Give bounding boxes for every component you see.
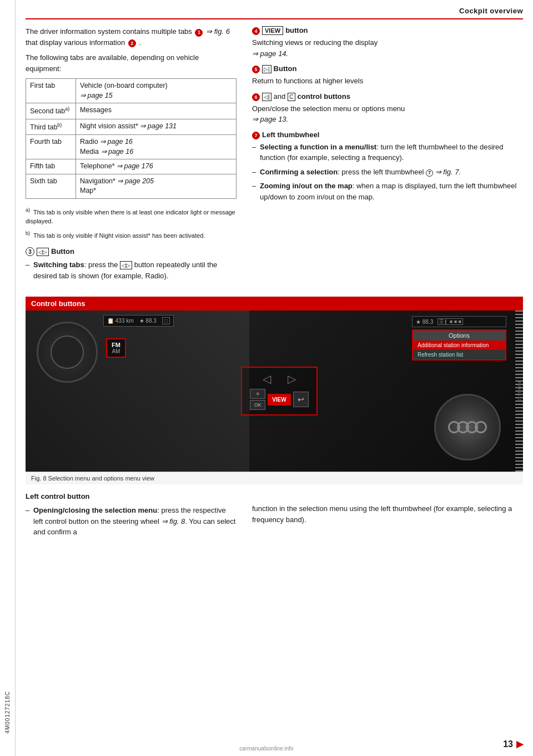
circle-7-inline: 7 (426, 169, 433, 177)
table-row: Fifth tab Telephone* ⇒ page 176 (26, 159, 237, 174)
dashboard-simulation: 📋 433 km ★ 88.3 □ FM AM (26, 311, 523, 472)
tab-content: Navigation* ⇒ page 205Map* (76, 174, 237, 198)
menu-item-2[interactable]: Refresh station list (413, 350, 505, 359)
bottom-right-text: function in the selection menu using the… (252, 492, 523, 525)
intro-para2: The following tabs are available, depend… (26, 52, 237, 74)
page-title: Cockpit overview (459, 7, 523, 15)
circle-2: 2 (128, 39, 136, 47)
watermark: carmanualsonline.info (239, 745, 293, 752)
table-row: Fourth tab Radio ⇒ page 16Media ⇒ page 1… (26, 135, 237, 159)
ring4 (475, 421, 487, 433)
menu-item-1[interactable]: Additional station information (413, 341, 505, 350)
left-column: The driver information system contains m… (26, 26, 237, 287)
section-7-heading: 7 Left thumbwheel (252, 131, 523, 139)
back-btn[interactable]: ↩ (293, 392, 309, 407)
circle-7: 7 (252, 132, 260, 139)
table-row: First tab Vehicle (on-board computer)⇒ p… (26, 79, 237, 103)
right-column: 4 VIEW button Switching views or reducin… (252, 26, 523, 287)
section-6-text: Open/close the selection menu or options… (252, 103, 523, 125)
tab-content: Radio ⇒ page 16Media ⇒ page 16 (76, 135, 237, 159)
audi-rings (448, 421, 487, 433)
freq-right: ★ 88.3 (416, 319, 433, 325)
page-header: Cockpit overview (26, 7, 523, 19)
sidebar-label: 4M00127218C (4, 691, 11, 734)
page-wrapper: 4M00127218C Cockpit overview The driver … (0, 0, 533, 756)
view-icon: VIEW (262, 26, 283, 35)
switch-tab-icon: ◁▷ (37, 248, 49, 256)
tab-content: Night vision assist* ⇒ page 131 (76, 119, 237, 135)
main-content: Cockpit overview The driver information … (16, 0, 533, 554)
back-icon: ▷| (262, 65, 271, 73)
ok-btn[interactable]: OK (250, 400, 265, 410)
page-number: 13 (503, 739, 513, 749)
circle-5: 5 (252, 66, 260, 73)
intro-para1: The driver information system contains m… (26, 26, 237, 48)
section-4-text: Switching views or reducing the display … (252, 37, 523, 59)
ok-group: ≡ OK (250, 389, 265, 410)
center-button-group: ◁ ▷ ≡ OK VIEW ↩ (241, 367, 318, 415)
next-page-arrow: ▶ (516, 739, 523, 749)
circle-3: 3 (26, 247, 34, 256)
page-footer: 13 ▶ (503, 739, 523, 749)
freq-display-left: ★ 88.3 (139, 318, 157, 324)
am-label: AM (112, 348, 120, 354)
ok-view-row: ≡ OK VIEW ↩ (250, 389, 309, 410)
tabs-table: First tab Vehicle (on-board computer)⇒ p… (26, 78, 237, 199)
bottom-two-col: Left control button Opening/closing the … (26, 492, 523, 543)
section-4-heading: 4 VIEW button (252, 26, 523, 35)
bullet-confirming: Confirming a selection: press the left t… (252, 167, 523, 178)
bullet-switching-tabs: Switching tabs: press the ◁▷ button repe… (26, 259, 237, 281)
left-sidebar: 4M00127218C (0, 0, 16, 756)
control-buttons-header: Control buttons (26, 297, 523, 311)
gauge-left (37, 322, 98, 383)
circle-1: 1 (195, 29, 203, 37)
left-display-bar: 📋 433 km ★ 88.3 □ (103, 315, 174, 327)
barcode-strip: RAH1173 (515, 311, 523, 472)
section-3-heading: 3 ◁▷ Button (26, 247, 237, 257)
right-display-area: ★ 88.3 ☰❙ ■ ■ ■ Options Additional stati… (412, 316, 506, 361)
circle-4: 4 (252, 27, 260, 35)
tab-indicator: □ (162, 317, 170, 324)
footnote-b: b) This tab is only visible if Night vis… (26, 230, 237, 240)
bottom-section: Left control button Opening/closing the … (26, 492, 523, 543)
fig-caption: Fig. 8 Selection menu and options menu v… (26, 472, 523, 484)
circle-6: 6 (252, 93, 260, 101)
two-col-layout: The driver information system contains m… (26, 26, 523, 287)
section-6-heading: 6 ◁| and C control buttons (252, 92, 523, 101)
footnote-a: a) This tab is only visible when there i… (26, 207, 237, 226)
table-row: Third tabb) Night vision assist* ⇒ page … (26, 119, 237, 135)
tab-label: First tab (26, 79, 76, 103)
bottom-left-col: Left control button Opening/closing the … (26, 492, 237, 543)
section-3-bullets: Switching tabs: press the ◁▷ button repe… (26, 259, 237, 281)
nav-arrows: ◁ ▷ (263, 372, 296, 385)
bullet-opening-menu: Opening/closing the selection menu: pres… (26, 505, 237, 538)
bottom-right-col: function in the selection menu using the… (252, 492, 523, 543)
menu-btn[interactable]: ≡ (250, 389, 265, 399)
tab-label: Second taba) (26, 103, 76, 119)
options-title: Options (413, 331, 505, 341)
table-row: Sixth tab Navigation* ⇒ page 205Map* (26, 174, 237, 198)
tab-label: Fifth tab (26, 159, 76, 174)
car-image-area: 📋 433 km ★ 88.3 □ FM AM (26, 311, 523, 472)
bullet-selecting: Selecting a function in a menu/list: tur… (252, 142, 523, 163)
fm-label: FM (112, 342, 120, 348)
right-arrow-btn[interactable]: ▷ (288, 372, 296, 385)
table-row: Second taba) Messages (26, 103, 237, 119)
left-ctrl-icon: ◁| (262, 93, 271, 101)
left-control-heading: Left control button (26, 492, 237, 500)
tab-content: Messages (76, 103, 237, 119)
section-7-bullets: Selecting a function in a menu/list: tur… (252, 142, 523, 203)
tab-label: Third tabb) (26, 119, 76, 135)
options-menu: Options Additional station information R… (412, 329, 506, 361)
tab-label: Fourth tab (26, 135, 76, 159)
audi-logo (434, 394, 501, 460)
left-arrow-btn[interactable]: ◁ (263, 372, 271, 385)
view-btn[interactable]: VIEW (268, 394, 291, 405)
display-icons: ☰❙ ■ ■ ■ (438, 318, 463, 325)
bottom-bullets: Opening/closing the selection menu: pres… (26, 505, 237, 538)
right-ctrl-icon: C (288, 93, 295, 101)
fm-indicator-box: FM AM (106, 338, 126, 358)
section-5-heading: 5 ▷| Button (252, 64, 523, 73)
footnotes: a) This tab is only visible when there i… (26, 207, 237, 241)
center-controls: ◁ ▷ ≡ OK VIEW ↩ (200, 311, 359, 472)
